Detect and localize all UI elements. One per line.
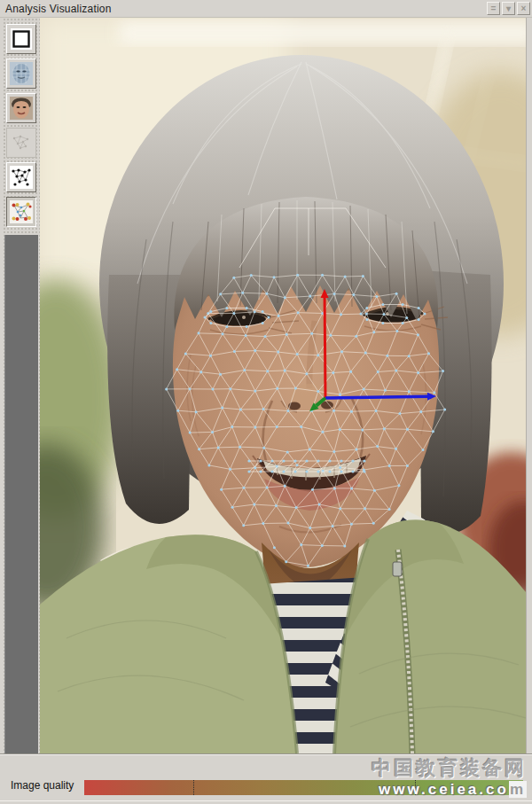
face-mesh-icon — [10, 62, 33, 85]
analysis-visualization-window: Analysis Visualization = ▾ × — [0, 0, 532, 804]
colored-mesh-icon — [10, 200, 33, 223]
image-quality-bar — [84, 780, 523, 795]
image-quality-label: Image quality — [11, 779, 74, 792]
view-textured-mesh-button[interactable] — [6, 59, 36, 89]
quality-threshold-tick — [193, 780, 194, 795]
square-outline-icon — [10, 27, 33, 51]
view-toolbar — [3, 18, 40, 753]
view-landmarks-button[interactable] — [6, 162, 36, 192]
quality-threshold-tick — [415, 780, 416, 795]
view-wireframe-button — [6, 128, 36, 158]
image-viewport[interactable] — [40, 18, 526, 753]
view-face-image-button[interactable] — [6, 93, 36, 123]
status-bar: Image quality — [0, 753, 532, 804]
title-bar[interactable]: Analysis Visualization = ▾ × — [0, 0, 532, 18]
landmark-points-icon — [10, 166, 33, 189]
toolbar-filler — [4, 235, 38, 753]
view-blank-button[interactable] — [6, 24, 36, 54]
analyzed-photo — [40, 18, 526, 753]
face-photo-icon — [10, 97, 33, 120]
zipper-pull — [393, 562, 402, 576]
window-title: Analysis Visualization — [0, 3, 112, 15]
minimize-button[interactable]: = — [487, 2, 500, 15]
view-analysis-overlay-button[interactable] — [6, 197, 36, 227]
shade-button[interactable]: ▾ — [502, 2, 515, 15]
close-button[interactable]: × — [517, 2, 530, 15]
window-controls: = ▾ × — [487, 2, 530, 15]
mesh-disabled-icon — [10, 131, 33, 154]
window-right-border — [526, 18, 532, 753]
